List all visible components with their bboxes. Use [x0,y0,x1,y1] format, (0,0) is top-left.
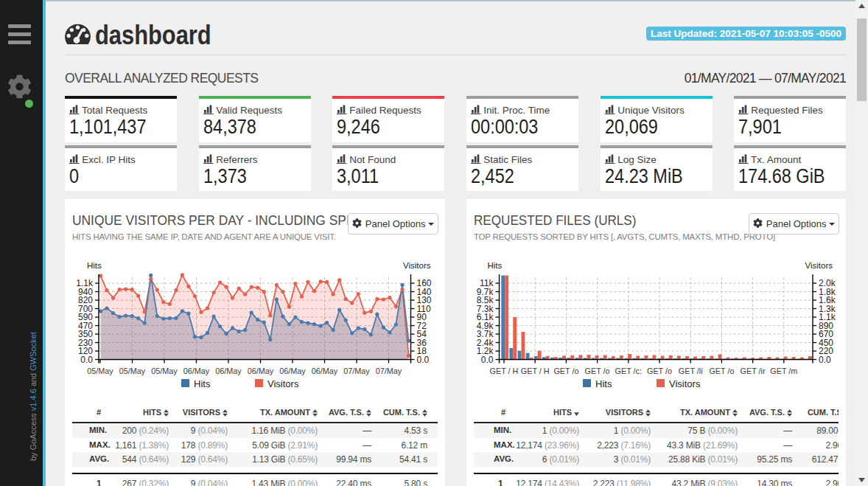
svg-text:GET /m: GET /m [770,367,797,375]
svg-text:07/May: 07/May [376,367,402,375]
svg-text:05/May: 05/May [119,367,146,375]
svg-text:07/May: 07/May [343,367,370,375]
svg-text:GET /o: GET /o [585,367,610,375]
svg-text:GET /li: GET /li [679,367,703,375]
svg-text:Visitors: Visitors [403,261,431,270]
svg-text:GET /c:: GET /c: [615,367,642,375]
svg-text:2.0k: 2.0k [819,278,836,288]
svg-text:11k: 11k [480,278,494,288]
svg-text:1.1k: 1.1k [76,278,94,288]
svg-text:GET /ir: GET /ir [741,367,766,375]
svg-text:GET /o: GET /o [709,367,734,375]
svg-text:GET /o: GET /o [647,367,672,375]
svg-text:160: 160 [417,278,432,288]
svg-text:06/May: 06/May [279,367,306,375]
svg-text:Hits: Hits [87,261,102,270]
svg-text:GET / H: GET / H [521,367,550,375]
svg-text:GET / H: GET / H [490,367,519,375]
svg-text:06/May: 06/May [312,367,338,375]
svg-text:Hits: Hits [488,261,503,270]
svg-text:GET /o: GET /o [553,367,578,375]
svg-text:05/May: 05/May [151,367,178,375]
svg-text:06/May: 06/May [215,367,242,375]
svg-text:Visitors: Visitors [805,261,833,270]
svg-text:05/May: 05/May [87,367,113,375]
svg-text:06/May: 06/May [183,367,210,375]
svg-text:06/May: 06/May [248,367,274,375]
